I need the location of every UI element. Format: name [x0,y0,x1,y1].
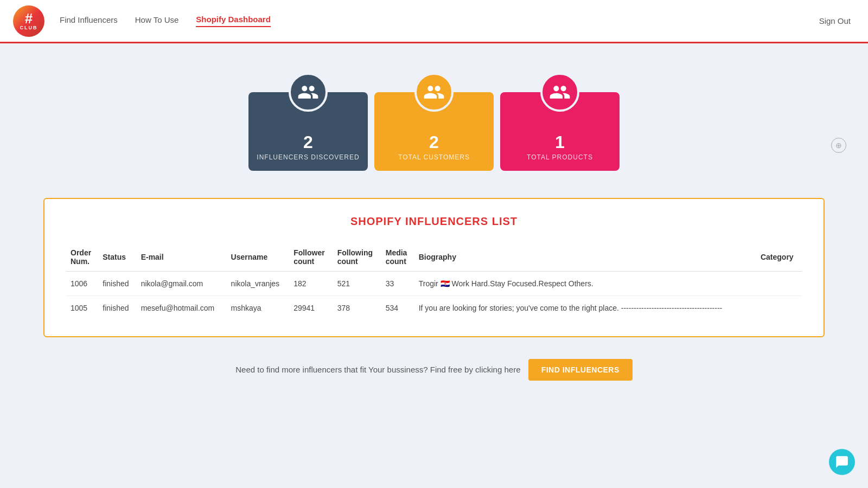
influencers-discovered-label: INFLUENCERS DISCOVERED [257,153,359,161]
username-2: mshkaya [227,296,290,320]
category-2 [756,296,802,320]
stat-card-influencers: 2 INFLUENCERS DISCOVERED [248,92,368,171]
find-influencers-button[interactable]: FIND INFLUENCERS [528,359,633,381]
products-icon-circle [540,73,579,112]
email-2: mesefu@hotmail.com [137,296,227,320]
influencers-table: OrderNum. Status E-mail Username Followe… [66,243,802,320]
people-icon-2 [423,81,445,103]
total-customers-value: 2 [429,132,439,152]
username-1: nikola_vranjes [227,272,290,296]
footer-cta: Need to find more influencers that fit Y… [43,359,825,381]
nav-shopify-dashboard[interactable]: Shopify Dashboard [196,15,271,27]
col-status: Status [98,243,136,272]
people-icon-1 [297,81,319,103]
total-products-value: 1 [555,132,565,152]
people-icon-3 [549,81,571,103]
following-count-1: 521 [333,272,381,296]
category-1 [756,272,802,296]
total-customers-label: TOTAL CUSTOMERS [398,153,470,161]
influencers-table-section: SHOPIFY INFLUENCERS LIST OrderNum. Statu… [43,198,825,337]
media-count-1: 33 [381,272,414,296]
stat-card-products: 1 TOTAL PRODUCTS [500,92,620,171]
total-products-label: TOTAL PRODUCTS [527,153,593,161]
order-num-1: 1006 [66,272,98,296]
email-1: nikola@gmail.com [137,272,227,296]
header: # CLUB Find Influencers How To Use Shopi… [0,0,868,43]
media-count-2: 534 [381,296,414,320]
table-header: OrderNum. Status E-mail Username Followe… [66,243,802,272]
col-follower-count: Followercount [289,243,333,272]
col-username: Username [227,243,290,272]
following-count-2: 378 [333,296,381,320]
stat-card-customers: 2 TOTAL CUSTOMERS [374,92,494,171]
nav-how-to-use[interactable]: How To Use [135,15,179,27]
main-nav: Find Influencers How To Use Shopify Dash… [60,15,271,27]
status-1: finished [98,272,136,296]
chat-bubble[interactable] [829,449,855,475]
col-email: E-mail [137,243,227,272]
nav-find-influencers[interactable]: Find Influencers [60,15,118,27]
table-body: 1006 finished nikola@gmail.com nikola_vr… [66,272,802,320]
col-order-num: OrderNum. [66,243,98,272]
biography-2: If you are looking for stories; you've c… [414,296,756,320]
biography-1: Trogir 🇭🇷 Work Hard.Stay Focused.Respect… [414,272,756,296]
table-row: 1006 finished nikola@gmail.com nikola_vr… [66,272,802,296]
expand-icon[interactable]: ⊕ [831,138,846,153]
logo: # CLUB [13,5,44,37]
follower-count-2: 29941 [289,296,333,320]
influencers-icon-circle [289,73,328,112]
chat-icon [835,455,849,469]
col-media-count: Mediacount [381,243,414,272]
main-content: 2 INFLUENCERS DISCOVERED 2 TOTAL CUSTOME… [0,43,868,402]
follower-count-1: 182 [289,272,333,296]
influencers-discovered-value: 2 [303,132,313,152]
col-category: Category [756,243,802,272]
order-num-2: 1005 [66,296,98,320]
cta-text: Need to find more influencers that fit Y… [235,365,520,374]
table-row: 1005 finished mesefu@hotmail.com mshkaya… [66,296,802,320]
stat-cards: 2 INFLUENCERS DISCOVERED 2 TOTAL CUSTOME… [245,92,623,171]
col-biography: Biography [414,243,756,272]
col-following-count: Followingcount [333,243,381,272]
customers-icon-circle [414,73,454,112]
stat-cards-wrapper: 2 INFLUENCERS DISCOVERED 2 TOTAL CUSTOME… [43,92,825,198]
status-2: finished [98,296,136,320]
sign-out-button[interactable]: Sign Out [819,16,851,25]
table-title: SHOPIFY INFLUENCERS LIST [66,215,802,228]
